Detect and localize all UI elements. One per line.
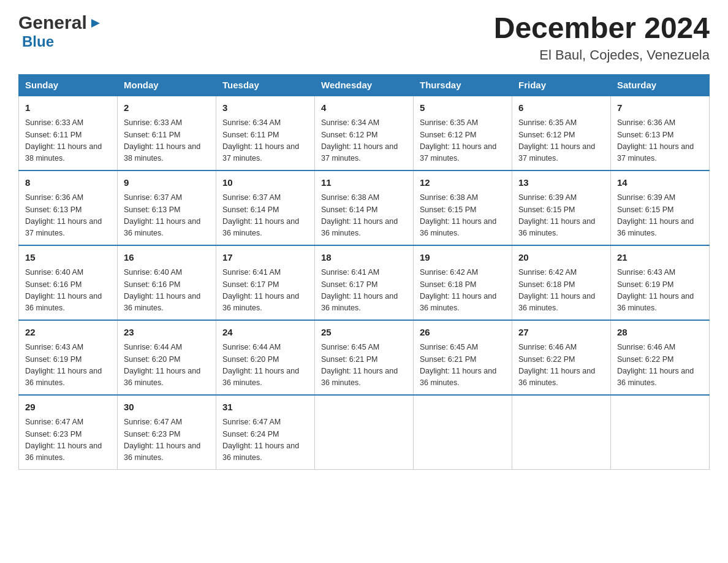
calendar-cell: 28Sunrise: 6:46 AMSunset: 6:22 PMDayligh… (611, 320, 710, 395)
calendar-cell: 17Sunrise: 6:41 AMSunset: 6:17 PMDayligh… (216, 245, 315, 320)
day-number: 19 (420, 251, 506, 265)
day-number: 30 (124, 400, 210, 415)
day-number: 21 (617, 251, 703, 265)
calendar-cell (512, 395, 611, 470)
day-number: 14 (617, 176, 703, 190)
day-number: 5 (420, 101, 506, 115)
day-number: 10 (222, 176, 308, 190)
day-info: Sunrise: 6:45 AMSunset: 6:21 PMDaylight:… (420, 342, 506, 389)
calendar-cell: 27Sunrise: 6:46 AMSunset: 6:22 PMDayligh… (512, 320, 611, 395)
day-number: 8 (25, 176, 111, 190)
day-number: 18 (321, 251, 407, 265)
calendar-week-3: 15Sunrise: 6:40 AMSunset: 6:16 PMDayligh… (19, 245, 710, 320)
day-number: 17 (222, 251, 308, 265)
calendar-week-4: 22Sunrise: 6:43 AMSunset: 6:19 PMDayligh… (19, 320, 710, 395)
day-info: Sunrise: 6:33 AMSunset: 6:11 PMDaylight:… (124, 117, 210, 165)
calendar-cell: 9Sunrise: 6:37 AMSunset: 6:13 PMDaylight… (118, 170, 216, 245)
day-info: Sunrise: 6:36 AMSunset: 6:13 PMDaylight:… (25, 192, 111, 240)
day-info: Sunrise: 6:41 AMSunset: 6:17 PMDaylight:… (321, 267, 407, 315)
logo-general-text: General (18, 12, 102, 33)
day-info: Sunrise: 6:38 AMSunset: 6:14 PMDaylight:… (321, 192, 407, 240)
calendar-body: 1Sunrise: 6:33 AMSunset: 6:11 PMDaylight… (19, 96, 710, 470)
day-number: 13 (518, 176, 604, 190)
header-day-sunday: Sunday (19, 74, 118, 96)
header-day-friday: Friday (512, 74, 611, 96)
calendar-cell: 13Sunrise: 6:39 AMSunset: 6:15 PMDayligh… (512, 170, 611, 245)
calendar-cell: 5Sunrise: 6:35 AMSunset: 6:12 PMDaylight… (414, 96, 512, 170)
day-info: Sunrise: 6:40 AMSunset: 6:16 PMDaylight:… (124, 267, 210, 315)
day-info: Sunrise: 6:34 AMSunset: 6:11 PMDaylight:… (222, 117, 308, 165)
day-number: 12 (420, 176, 506, 190)
day-info: Sunrise: 6:37 AMSunset: 6:13 PMDaylight:… (124, 192, 210, 240)
header-day-tuesday: Tuesday (216, 74, 315, 96)
day-info: Sunrise: 6:43 AMSunset: 6:19 PMDaylight:… (25, 342, 111, 389)
calendar-cell: 6Sunrise: 6:35 AMSunset: 6:12 PMDaylight… (512, 96, 611, 170)
day-info: Sunrise: 6:33 AMSunset: 6:11 PMDaylight:… (25, 117, 111, 165)
day-number: 27 (518, 326, 604, 340)
day-number: 4 (321, 101, 407, 115)
calendar-cell: 16Sunrise: 6:40 AMSunset: 6:16 PMDayligh… (118, 245, 216, 320)
day-info: Sunrise: 6:42 AMSunset: 6:18 PMDaylight:… (420, 267, 506, 315)
day-info: Sunrise: 6:47 AMSunset: 6:23 PMDaylight:… (25, 416, 111, 464)
day-info: Sunrise: 6:43 AMSunset: 6:19 PMDaylight:… (617, 267, 703, 315)
day-number: 28 (617, 326, 703, 340)
day-info: Sunrise: 6:46 AMSunset: 6:22 PMDaylight:… (518, 342, 604, 389)
calendar-cell: 24Sunrise: 6:44 AMSunset: 6:20 PMDayligh… (216, 320, 315, 395)
calendar-cell: 2Sunrise: 6:33 AMSunset: 6:11 PMDaylight… (118, 96, 216, 170)
calendar-cell: 21Sunrise: 6:43 AMSunset: 6:19 PMDayligh… (611, 245, 710, 320)
logo-chevron-icon (89, 17, 102, 30)
day-number: 3 (222, 101, 308, 115)
calendar-cell (414, 395, 512, 470)
header-day-saturday: Saturday (611, 74, 710, 96)
calendar-cell: 15Sunrise: 6:40 AMSunset: 6:16 PMDayligh… (19, 245, 118, 320)
day-info: Sunrise: 6:35 AMSunset: 6:12 PMDaylight:… (518, 117, 604, 165)
day-info: Sunrise: 6:46 AMSunset: 6:22 PMDaylight:… (617, 342, 703, 389)
calendar-cell (315, 395, 414, 470)
calendar-cell: 4Sunrise: 6:34 AMSunset: 6:12 PMDaylight… (315, 96, 414, 170)
day-number: 2 (124, 101, 210, 115)
day-number: 26 (420, 326, 506, 340)
day-info: Sunrise: 6:39 AMSunset: 6:15 PMDaylight:… (617, 192, 703, 240)
calendar-header: SundayMondayTuesdayWednesdayThursdayFrid… (19, 74, 710, 96)
calendar-cell: 20Sunrise: 6:42 AMSunset: 6:18 PMDayligh… (512, 245, 611, 320)
day-info: Sunrise: 6:45 AMSunset: 6:21 PMDaylight:… (321, 342, 407, 389)
day-info: Sunrise: 6:44 AMSunset: 6:20 PMDaylight:… (124, 342, 210, 389)
day-number: 6 (518, 101, 604, 115)
calendar-cell: 31Sunrise: 6:47 AMSunset: 6:24 PMDayligh… (216, 395, 315, 470)
day-number: 9 (124, 176, 210, 190)
calendar-table: SundayMondayTuesdayWednesdayThursdayFrid… (18, 74, 710, 470)
day-info: Sunrise: 6:47 AMSunset: 6:24 PMDaylight:… (222, 416, 308, 464)
page-header: General Blue December 2024 El Baul, Coje… (18, 12, 710, 63)
calendar-cell: 3Sunrise: 6:34 AMSunset: 6:11 PMDaylight… (216, 96, 315, 170)
day-number: 29 (25, 400, 111, 415)
day-info: Sunrise: 6:39 AMSunset: 6:15 PMDaylight:… (518, 192, 604, 240)
day-info: Sunrise: 6:41 AMSunset: 6:17 PMDaylight:… (222, 267, 308, 315)
day-number: 11 (321, 176, 407, 190)
logo: General Blue (18, 12, 102, 50)
day-info: Sunrise: 6:40 AMSunset: 6:16 PMDaylight:… (25, 267, 111, 315)
calendar-cell: 29Sunrise: 6:47 AMSunset: 6:23 PMDayligh… (19, 395, 118, 470)
header-day-wednesday: Wednesday (315, 74, 414, 96)
day-number: 24 (222, 326, 308, 340)
calendar-cell: 8Sunrise: 6:36 AMSunset: 6:13 PMDaylight… (19, 170, 118, 245)
calendar-cell: 7Sunrise: 6:36 AMSunset: 6:13 PMDaylight… (611, 96, 710, 170)
logo-blue-text: Blue (22, 33, 54, 50)
location-title: El Baul, Cojedes, Venezuela (494, 47, 710, 63)
calendar-cell: 1Sunrise: 6:33 AMSunset: 6:11 PMDaylight… (19, 96, 118, 170)
calendar-cell: 23Sunrise: 6:44 AMSunset: 6:20 PMDayligh… (118, 320, 216, 395)
calendar-cell: 30Sunrise: 6:47 AMSunset: 6:23 PMDayligh… (118, 395, 216, 470)
title-block: December 2024 El Baul, Cojedes, Venezuel… (494, 12, 710, 63)
day-info: Sunrise: 6:36 AMSunset: 6:13 PMDaylight:… (617, 117, 703, 165)
day-number: 20 (518, 251, 604, 265)
calendar-cell: 11Sunrise: 6:38 AMSunset: 6:14 PMDayligh… (315, 170, 414, 245)
calendar-cell: 14Sunrise: 6:39 AMSunset: 6:15 PMDayligh… (611, 170, 710, 245)
day-info: Sunrise: 6:35 AMSunset: 6:12 PMDaylight:… (420, 117, 506, 165)
day-number: 1 (25, 101, 111, 115)
calendar-cell: 18Sunrise: 6:41 AMSunset: 6:17 PMDayligh… (315, 245, 414, 320)
calendar-cell: 19Sunrise: 6:42 AMSunset: 6:18 PMDayligh… (414, 245, 512, 320)
header-day-monday: Monday (118, 74, 216, 96)
day-number: 25 (321, 326, 407, 340)
day-number: 23 (124, 326, 210, 340)
calendar-week-5: 29Sunrise: 6:47 AMSunset: 6:23 PMDayligh… (19, 395, 710, 470)
day-number: 31 (222, 400, 308, 415)
